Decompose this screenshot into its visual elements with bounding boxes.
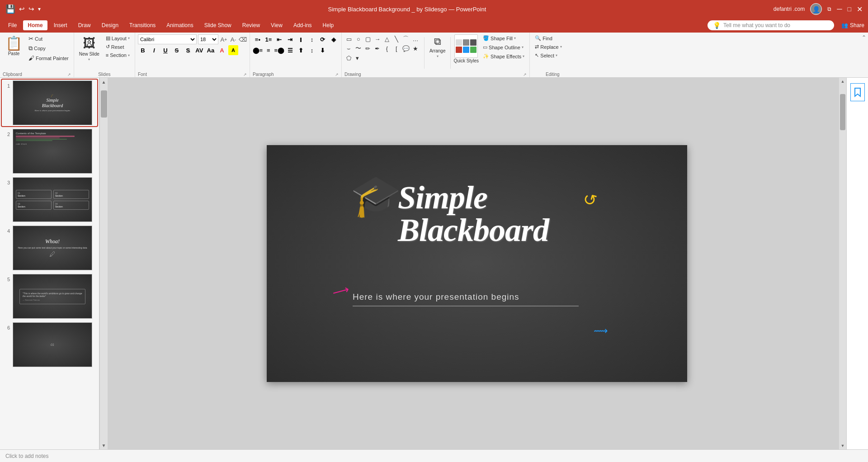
- main-slide-canvas[interactable]: 🎓 Simple Blackboard ↺ ⟶ Here is where yo…: [267, 145, 687, 382]
- ribbon-display-button[interactable]: ⧉: [827, 6, 831, 12]
- vscroll-down-button[interactable]: ▼: [839, 442, 846, 449]
- align-middle-button[interactable]: ↕: [307, 45, 317, 55]
- change-case-button[interactable]: Aa: [206, 45, 216, 55]
- increase-indent-button[interactable]: ⇥: [285, 34, 295, 44]
- slide-subtitle[interactable]: Here is where your presentation begins: [353, 292, 579, 306]
- undo-button[interactable]: ↩: [19, 5, 25, 13]
- menu-addins[interactable]: Add-ins: [289, 20, 316, 30]
- slide-item-2[interactable]: 2 Contents of the Template code block: [2, 128, 97, 174]
- slide-item-1[interactable]: 1 🎓 Simple Blackboard Here is where your…: [2, 80, 97, 126]
- menu-transitions[interactable]: Transitions: [125, 20, 160, 30]
- shape-rect[interactable]: ▭: [344, 34, 354, 43]
- font-size-select[interactable]: 18: [198, 34, 218, 44]
- scroll-down-button[interactable]: ▼: [100, 441, 108, 449]
- vscroll-thumb[interactable]: [840, 94, 845, 130]
- shape-curve1[interactable]: ⌣: [344, 44, 354, 53]
- slide-item-3[interactable]: 3 01 Section 02 Section: [2, 176, 97, 223]
- quick-styles-palette[interactable]: [454, 34, 478, 58]
- align-bottom-button[interactable]: ⬇: [318, 45, 328, 55]
- menu-insert[interactable]: Insert: [49, 20, 72, 30]
- shape-rounded-rect[interactable]: ▢: [363, 34, 373, 43]
- shape-freeform[interactable]: ✏: [363, 44, 373, 53]
- replace-button[interactable]: ⇄ Replace ▾: [533, 43, 564, 51]
- menu-animations[interactable]: Animations: [162, 20, 198, 30]
- maximize-button[interactable]: □: [848, 5, 851, 13]
- slide-item-4[interactable]: 4 Whoa! Here you can put some text about…: [2, 225, 97, 271]
- shapes-dropdown[interactable]: ▾: [354, 53, 361, 62]
- menu-review[interactable]: Review: [238, 20, 264, 30]
- shape-curve2[interactable]: 〜: [354, 44, 363, 53]
- align-center-button[interactable]: ≡: [264, 45, 274, 55]
- shape-scribble[interactable]: ✒: [373, 44, 382, 53]
- menu-file[interactable]: File: [4, 20, 21, 30]
- redo-button[interactable]: ↪: [28, 5, 34, 13]
- increase-font-size-button[interactable]: A+: [220, 35, 228, 43]
- canvas-vertical-scrollbar[interactable]: ▲ ▼: [839, 78, 846, 449]
- vscroll-up-button[interactable]: ▲: [839, 78, 846, 85]
- menu-design[interactable]: Design: [97, 20, 123, 30]
- text-color-button[interactable]: A: [217, 45, 227, 55]
- bookmark-button[interactable]: [850, 83, 865, 101]
- tell-me-input[interactable]: 💡 Tell me what you want to do: [708, 20, 834, 30]
- minimize-button[interactable]: ─: [837, 5, 842, 13]
- shape-bracket[interactable]: [: [392, 44, 401, 53]
- menu-draw[interactable]: Draw: [74, 20, 95, 30]
- shape-fill-button[interactable]: 🪣 Shape Fill ▾: [481, 34, 527, 42]
- new-slide-button[interactable]: 🖼 New Slide ▾: [77, 34, 102, 63]
- slide-title[interactable]: Simple Blackboard: [398, 181, 549, 246]
- share-button[interactable]: 👥 Share: [841, 22, 864, 28]
- format-painter-button[interactable]: 🖌 Format Painter: [26, 54, 71, 62]
- notes-placeholder[interactable]: Click to add notes: [5, 453, 48, 459]
- arrange-button[interactable]: ⧉ Arrange ▾: [427, 34, 448, 60]
- shape-brace[interactable]: {: [382, 44, 392, 53]
- paragraph-expand[interactable]: ↗: [335, 72, 339, 77]
- convert-to-smartart-button[interactable]: ◈: [329, 34, 339, 44]
- shape-outline-button[interactable]: ▭ Shape Outline ▾: [481, 43, 527, 51]
- italic-button[interactable]: I: [149, 45, 159, 55]
- section-button[interactable]: ≡ Section ▾: [104, 52, 132, 59]
- shape-callout[interactable]: 💬: [401, 44, 410, 53]
- numbering-button[interactable]: 1≡: [264, 34, 274, 44]
- shape-more[interactable]: …: [411, 34, 420, 43]
- character-spacing-button[interactable]: AV: [194, 45, 204, 55]
- shape-oval[interactable]: ○: [354, 34, 363, 43]
- clear-formatting-button[interactable]: ⌫: [239, 35, 247, 43]
- align-top-button[interactable]: ⬆: [296, 45, 306, 55]
- drawing-expand[interactable]: ↗: [523, 72, 527, 77]
- slide-item-5[interactable]: 5 "This is where the world's ambitions g…: [2, 273, 97, 320]
- font-expand[interactable]: ↗: [243, 72, 247, 77]
- clipboard-expand[interactable]: ↗: [67, 72, 71, 77]
- shape-right-arrow[interactable]: →: [373, 34, 382, 43]
- justify-button[interactable]: ☰: [285, 45, 295, 55]
- layout-button[interactable]: ▤ Layout ▾: [104, 34, 132, 42]
- menu-view[interactable]: View: [266, 20, 287, 30]
- scroll-up-button[interactable]: ▲: [100, 78, 108, 86]
- decrease-indent-button[interactable]: ⇤: [274, 34, 284, 44]
- text-shadow-button[interactable]: S: [183, 45, 193, 55]
- scroll-thumb[interactable]: [101, 90, 107, 118]
- line-spacing-button[interactable]: ↕: [307, 34, 317, 44]
- bullets-button[interactable]: ≡•: [253, 34, 263, 44]
- shape-triangle[interactable]: △: [382, 34, 392, 43]
- columns-button[interactable]: ⫿: [296, 34, 306, 44]
- paste-button[interactable]: 📋 Paste: [3, 34, 25, 57]
- underline-button[interactable]: U: [160, 45, 170, 55]
- slide-panel-scrollbar[interactable]: ▲ ▼: [99, 78, 108, 449]
- font-family-select[interactable]: Calibri: [138, 34, 197, 44]
- find-button[interactable]: 🔍 Find: [533, 34, 554, 42]
- ribbon-collapse-button[interactable]: ⌃: [860, 33, 868, 77]
- shape-pentagon[interactable]: ⬠: [344, 53, 354, 62]
- shape-star[interactable]: ★: [411, 44, 420, 53]
- notes-bar[interactable]: Click to add notes: [0, 449, 868, 462]
- shape-connector[interactable]: ⌒: [401, 34, 410, 43]
- shape-effects-button[interactable]: ✨ Shape Effects ▾: [481, 52, 527, 60]
- save-button[interactable]: 💾: [5, 4, 15, 14]
- decrease-font-size-button[interactable]: A-: [229, 35, 237, 43]
- menu-home[interactable]: Home: [23, 20, 47, 30]
- highlight-button[interactable]: A: [228, 45, 238, 55]
- reset-button[interactable]: ↺ Reset: [104, 43, 132, 51]
- slide-item-6[interactable]: 6 01: [2, 321, 97, 368]
- shape-line[interactable]: ╲: [392, 34, 401, 43]
- menu-help[interactable]: Help: [318, 20, 339, 30]
- align-right-button[interactable]: ≡⬤: [274, 45, 284, 55]
